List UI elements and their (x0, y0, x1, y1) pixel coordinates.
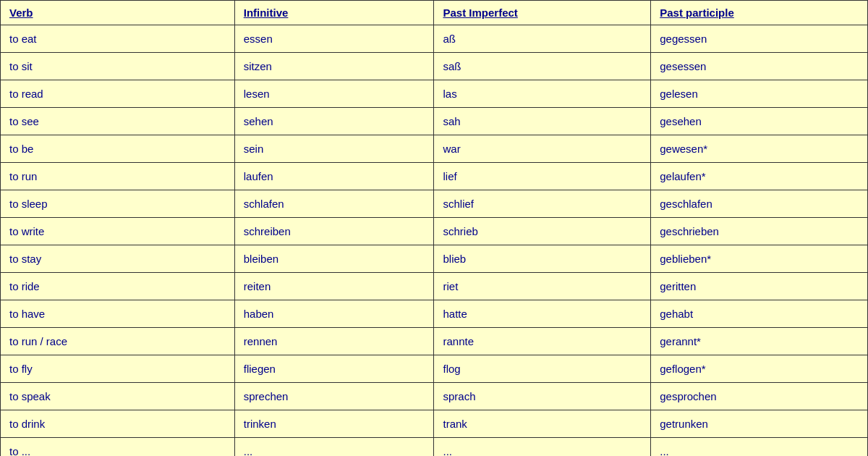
table-row: to flyfliegenfloggeflogen* (1, 355, 868, 383)
table-row: to havehabenhattegehabt (1, 300, 868, 328)
cell-verb: to ... (1, 438, 235, 457)
cell-pastParticiple: gelaufen* (651, 163, 868, 190)
table-row: to staybleibenbliebgeblieben* (1, 245, 868, 273)
german-verbs-table: Verb Infinitive Past Imperfect Past part… (0, 0, 868, 456)
table-row: to eatessenaßgegessen (1, 25, 868, 53)
cell-pastParticiple: geblieben* (651, 245, 868, 273)
cell-infinitive: haben (234, 300, 434, 328)
cell-infinitive: sehen (234, 108, 434, 135)
cell-verb: to write (1, 218, 235, 245)
cell-infinitive: sein (234, 135, 434, 163)
cell-infinitive: essen (234, 25, 434, 53)
table-row: to sleepschlafenschliefgeschlafen (1, 190, 868, 218)
cell-pastParticiple: gesessen (651, 53, 868, 80)
table-row: to writeschreibenschriebgeschrieben (1, 218, 868, 245)
cell-verb: to read (1, 80, 235, 108)
cell-pastImperfect: saß (434, 53, 651, 80)
cell-pastImperfect: lief (434, 163, 651, 190)
cell-pastParticiple: gegessen (651, 25, 868, 53)
cell-pastParticiple: getrunken (651, 410, 868, 438)
cell-infinitive: ... (234, 438, 434, 457)
cell-pastImperfect: war (434, 135, 651, 163)
cell-verb: to run (1, 163, 235, 190)
cell-pastImperfect: hatte (434, 300, 651, 328)
cell-pastImperfect: sprach (434, 383, 651, 410)
table-row: to sitsitzensaßgesessen (1, 53, 868, 80)
header-past-participle: Past participle (651, 1, 868, 25)
cell-infinitive: schreiben (234, 218, 434, 245)
header-row: Verb Infinitive Past Imperfect Past part… (1, 1, 868, 25)
cell-pastParticiple: gelesen (651, 80, 868, 108)
cell-infinitive: laufen (234, 163, 434, 190)
cell-infinitive: sitzen (234, 53, 434, 80)
cell-verb: to drink (1, 410, 235, 438)
cell-verb: to ride (1, 273, 235, 300)
table-row: to ridereitenrietgeritten (1, 273, 868, 300)
cell-infinitive: sprechen (234, 383, 434, 410)
cell-pastImperfect: schlief (434, 190, 651, 218)
cell-infinitive: reiten (234, 273, 434, 300)
cell-verb: to fly (1, 355, 235, 383)
cell-pastImperfect: rannte (434, 328, 651, 355)
cell-pastParticiple: geschlafen (651, 190, 868, 218)
header-verb: Verb (1, 1, 235, 25)
cell-infinitive: bleiben (234, 245, 434, 273)
cell-verb: to have (1, 300, 235, 328)
cell-pastImperfect: ... (434, 438, 651, 457)
cell-pastParticiple: geschrieben (651, 218, 868, 245)
table-row: to ............ (1, 438, 868, 457)
cell-verb: to see (1, 108, 235, 135)
cell-verb: to speak (1, 383, 235, 410)
cell-infinitive: lesen (234, 80, 434, 108)
cell-verb: to sit (1, 53, 235, 80)
cell-verb: to stay (1, 245, 235, 273)
cell-pastImperfect: schrieb (434, 218, 651, 245)
cell-infinitive: schlafen (234, 190, 434, 218)
cell-pastImperfect: aß (434, 25, 651, 53)
table-row: to readlesenlasgelesen (1, 80, 868, 108)
cell-pastParticiple: gewesen* (651, 135, 868, 163)
cell-pastImperfect: flog (434, 355, 651, 383)
cell-infinitive: fliegen (234, 355, 434, 383)
table-container: Verb Infinitive Past Imperfect Past part… (0, 0, 868, 456)
cell-pastImperfect: sah (434, 108, 651, 135)
cell-infinitive: rennen (234, 328, 434, 355)
cell-verb: to be (1, 135, 235, 163)
table-row: to run / racerennenranntegerannt* (1, 328, 868, 355)
cell-pastParticiple: gesehen (651, 108, 868, 135)
cell-pastParticiple: ... (651, 438, 868, 457)
cell-pastImperfect: las (434, 80, 651, 108)
table-row: to seesehensahgesehen (1, 108, 868, 135)
cell-infinitive: trinken (234, 410, 434, 438)
table-row: to speaksprechensprachgesprochen (1, 383, 868, 410)
cell-pastImperfect: trank (434, 410, 651, 438)
header-infinitive: Infinitive (234, 1, 434, 25)
table-row: to runlaufenliefgelaufen* (1, 163, 868, 190)
cell-pastImperfect: blieb (434, 245, 651, 273)
cell-verb: to run / race (1, 328, 235, 355)
table-row: to drinktrinkentrankgetrunken (1, 410, 868, 438)
cell-verb: to eat (1, 25, 235, 53)
cell-pastImperfect: riet (434, 273, 651, 300)
cell-pastParticiple: geritten (651, 273, 868, 300)
cell-pastParticiple: gerannt* (651, 328, 868, 355)
header-past-imperfect: Past Imperfect (434, 1, 651, 25)
cell-pastParticiple: geflogen* (651, 355, 868, 383)
table-row: to beseinwargewesen* (1, 135, 868, 163)
cell-verb: to sleep (1, 190, 235, 218)
cell-pastParticiple: gehabt (651, 300, 868, 328)
cell-pastParticiple: gesprochen (651, 383, 868, 410)
